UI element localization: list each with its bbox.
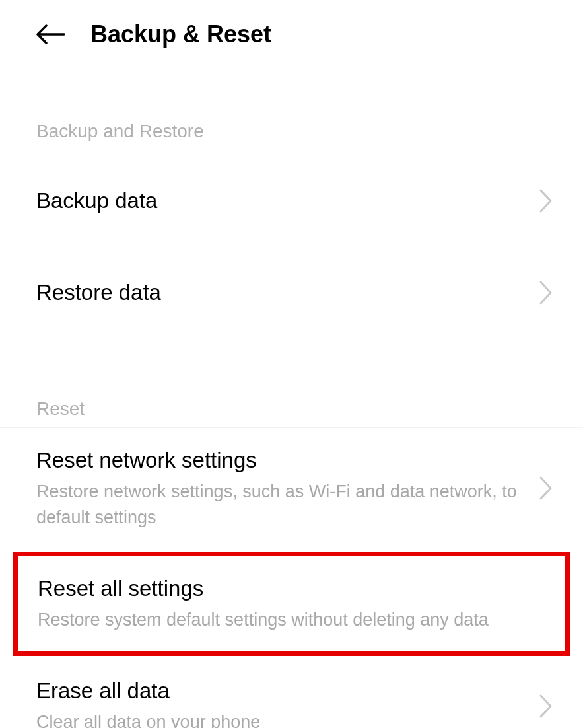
item-text: Reset all settings Restore system defaul…: [38, 575, 545, 633]
item-text: Restore data: [36, 279, 529, 307]
reset-network-settings-item[interactable]: Reset network settings Restore network s…: [0, 428, 583, 549]
chevron-right-icon: [539, 476, 553, 501]
item-subtitle: Clear all data on your phone: [36, 710, 529, 728]
chevron-right-icon: [539, 694, 553, 719]
page-title: Backup & Reset: [90, 20, 271, 48]
erase-all-data-item[interactable]: Erase all data Clear all data on your ph…: [0, 659, 583, 728]
arrow-left-icon: [36, 24, 65, 44]
item-text: Backup data: [36, 187, 529, 215]
header: Backup & Reset: [0, 0, 583, 69]
item-text: Erase all data Clear all data on your ph…: [36, 677, 529, 728]
content: Backup and Restore Backup data Restore d…: [0, 69, 583, 728]
chevron-right-icon: [539, 280, 553, 305]
back-button[interactable]: [36, 20, 65, 49]
item-title: Reset all settings: [38, 575, 545, 603]
section-header-backup-restore: Backup and Restore: [0, 69, 583, 155]
item-title: Backup data: [36, 187, 529, 215]
item-title: Reset network settings: [36, 447, 529, 475]
item-title: Restore data: [36, 279, 529, 307]
section-header-reset: Reset: [0, 339, 583, 428]
backup-data-item[interactable]: Backup data: [0, 155, 583, 247]
reset-all-settings-item[interactable]: Reset all settings Restore system defaul…: [13, 552, 570, 656]
item-subtitle: Restore system default settings without …: [38, 607, 545, 633]
item-title: Erase all data: [36, 677, 529, 706]
chevron-right-icon: [539, 188, 553, 213]
item-subtitle: Restore network settings, such as Wi-Fi …: [36, 479, 529, 530]
item-text: Reset network settings Restore network s…: [36, 447, 529, 530]
restore-data-item[interactable]: Restore data: [0, 247, 583, 339]
